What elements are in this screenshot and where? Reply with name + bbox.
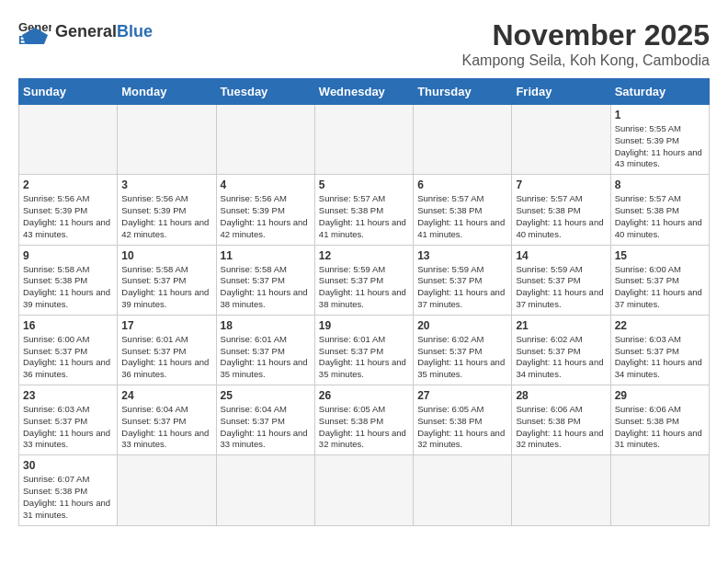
table-row: 2Sunrise: 5:56 AM Sunset: 5:39 PM Daylig… [19, 175, 118, 245]
day-number: 9 [23, 249, 113, 262]
table-row: 3Sunrise: 5:56 AM Sunset: 5:39 PM Daylig… [118, 175, 216, 245]
day-number: 2 [23, 178, 113, 191]
day-info: Sunrise: 5:56 AM Sunset: 5:39 PM Dayligh… [221, 193, 311, 240]
table-row: 20Sunrise: 6:02 AM Sunset: 5:37 PM Dayli… [414, 315, 512, 385]
day-number: 22 [615, 319, 705, 332]
header-friday: Friday [512, 79, 610, 105]
table-row: 14Sunrise: 5:59 AM Sunset: 5:37 PM Dayli… [512, 245, 610, 315]
table-row: 21Sunrise: 6:02 AM Sunset: 5:37 PM Dayli… [512, 315, 610, 385]
table-row: 27Sunrise: 6:05 AM Sunset: 5:38 PM Dayli… [414, 385, 512, 455]
table-row: 12Sunrise: 5:59 AM Sunset: 5:37 PM Dayli… [314, 245, 413, 315]
table-row: 16Sunrise: 6:00 AM Sunset: 5:37 PM Dayli… [19, 315, 118, 385]
day-number: 20 [417, 319, 507, 332]
table-row: 19Sunrise: 6:01 AM Sunset: 5:37 PM Dayli… [314, 315, 413, 385]
table-row: 13Sunrise: 5:59 AM Sunset: 5:37 PM Dayli… [414, 245, 512, 315]
day-number: 14 [516, 249, 606, 262]
table-row [610, 455, 709, 525]
day-info: Sunrise: 5:59 AM Sunset: 5:37 PM Dayligh… [516, 264, 606, 311]
table-row: 5Sunrise: 5:57 AM Sunset: 5:38 PM Daylig… [314, 175, 413, 245]
calendar-week-3: 9Sunrise: 5:58 AM Sunset: 5:38 PM Daylig… [19, 245, 710, 315]
day-info: Sunrise: 6:01 AM Sunset: 5:37 PM Dayligh… [319, 334, 409, 381]
month-title: November 2025 [461, 18, 710, 52]
day-number: 12 [319, 249, 409, 262]
day-number: 5 [319, 178, 409, 191]
table-row: 6Sunrise: 5:57 AM Sunset: 5:38 PM Daylig… [414, 175, 512, 245]
table-row: 11Sunrise: 5:58 AM Sunset: 5:37 PM Dayli… [216, 245, 314, 315]
day-info: Sunrise: 5:58 AM Sunset: 5:37 PM Dayligh… [221, 264, 311, 311]
day-info: Sunrise: 5:57 AM Sunset: 5:38 PM Dayligh… [417, 193, 507, 240]
calendar-week-1: 1Sunrise: 5:55 AM Sunset: 5:39 PM Daylig… [19, 105, 710, 175]
svg-text:Blue: Blue [18, 33, 44, 44]
day-number: 7 [516, 178, 606, 191]
table-row [414, 455, 512, 525]
day-info: Sunrise: 5:57 AM Sunset: 5:38 PM Dayligh… [516, 193, 606, 240]
day-number: 19 [319, 319, 409, 332]
day-info: Sunrise: 6:00 AM Sunset: 5:37 PM Dayligh… [615, 264, 705, 311]
table-row: 30Sunrise: 6:07 AM Sunset: 5:38 PM Dayli… [19, 455, 118, 525]
calendar-table: Sunday Monday Tuesday Wednesday Thursday… [18, 78, 710, 526]
day-info: Sunrise: 6:02 AM Sunset: 5:37 PM Dayligh… [417, 334, 507, 381]
day-number: 6 [417, 178, 507, 191]
day-number: 11 [221, 249, 311, 262]
title-block: November 2025 Kampong Seila, Koh Kong, C… [461, 18, 710, 69]
logo-icon: General Blue [18, 18, 51, 44]
table-row: 25Sunrise: 6:04 AM Sunset: 5:37 PM Dayli… [216, 385, 314, 455]
header-tuesday: Tuesday [216, 79, 314, 105]
table-row: 28Sunrise: 6:06 AM Sunset: 5:38 PM Dayli… [512, 385, 610, 455]
header-sunday: Sunday [19, 79, 118, 105]
header-thursday: Thursday [414, 79, 512, 105]
day-number: 8 [615, 178, 705, 191]
day-info: Sunrise: 6:00 AM Sunset: 5:37 PM Dayligh… [23, 334, 113, 381]
day-info: Sunrise: 6:05 AM Sunset: 5:38 PM Dayligh… [417, 404, 507, 451]
table-row [216, 105, 314, 175]
table-row: 9Sunrise: 5:58 AM Sunset: 5:38 PM Daylig… [19, 245, 118, 315]
day-info: Sunrise: 5:59 AM Sunset: 5:37 PM Dayligh… [319, 264, 409, 311]
day-info: Sunrise: 5:56 AM Sunset: 5:39 PM Dayligh… [23, 193, 113, 240]
day-info: Sunrise: 6:01 AM Sunset: 5:37 PM Dayligh… [221, 334, 311, 381]
day-info: Sunrise: 6:06 AM Sunset: 5:38 PM Dayligh… [516, 404, 606, 451]
day-info: Sunrise: 5:57 AM Sunset: 5:38 PM Dayligh… [319, 193, 409, 240]
day-number: 24 [121, 389, 211, 402]
day-number: 1 [615, 109, 705, 121]
day-info: Sunrise: 6:03 AM Sunset: 5:37 PM Dayligh… [615, 334, 705, 381]
table-row [118, 455, 216, 525]
day-number: 30 [23, 459, 113, 472]
calendar-week-4: 16Sunrise: 6:00 AM Sunset: 5:37 PM Dayli… [19, 315, 710, 385]
day-info: Sunrise: 6:04 AM Sunset: 5:37 PM Dayligh… [121, 404, 211, 451]
table-row [314, 105, 413, 175]
table-row: 24Sunrise: 6:04 AM Sunset: 5:37 PM Dayli… [118, 385, 216, 455]
day-number: 17 [121, 319, 211, 332]
logo-text: GeneralBlue [55, 23, 153, 40]
day-number: 25 [221, 389, 311, 402]
table-row: 10Sunrise: 5:58 AM Sunset: 5:37 PM Dayli… [118, 245, 216, 315]
day-info: Sunrise: 5:57 AM Sunset: 5:38 PM Dayligh… [615, 193, 705, 240]
day-number: 16 [23, 319, 113, 332]
table-row [118, 105, 216, 175]
day-number: 13 [417, 249, 507, 262]
day-info: Sunrise: 6:07 AM Sunset: 5:38 PM Dayligh… [23, 474, 113, 521]
calendar-header-row: Sunday Monday Tuesday Wednesday Thursday… [19, 79, 710, 105]
day-number: 10 [121, 249, 211, 262]
day-info: Sunrise: 6:06 AM Sunset: 5:38 PM Dayligh… [615, 404, 705, 451]
day-number: 27 [417, 389, 507, 402]
table-row: 8Sunrise: 5:57 AM Sunset: 5:38 PM Daylig… [610, 175, 709, 245]
table-row [314, 455, 413, 525]
day-info: Sunrise: 6:01 AM Sunset: 5:37 PM Dayligh… [121, 334, 211, 381]
day-info: Sunrise: 6:05 AM Sunset: 5:38 PM Dayligh… [319, 404, 409, 451]
day-number: 23 [23, 389, 113, 402]
table-row: 29Sunrise: 6:06 AM Sunset: 5:38 PM Dayli… [610, 385, 709, 455]
day-info: Sunrise: 5:58 AM Sunset: 5:37 PM Dayligh… [121, 264, 211, 311]
table-row: 17Sunrise: 6:01 AM Sunset: 5:37 PM Dayli… [118, 315, 216, 385]
page-header: General Blue GeneralBlue November 2025 K… [18, 18, 710, 69]
table-row: 4Sunrise: 5:56 AM Sunset: 5:39 PM Daylig… [216, 175, 314, 245]
day-number: 28 [516, 389, 606, 402]
day-number: 4 [221, 178, 311, 191]
day-info: Sunrise: 5:55 AM Sunset: 5:39 PM Dayligh… [615, 123, 705, 170]
day-info: Sunrise: 5:58 AM Sunset: 5:38 PM Dayligh… [23, 264, 113, 311]
day-number: 3 [121, 178, 211, 191]
day-info: Sunrise: 5:59 AM Sunset: 5:37 PM Dayligh… [417, 264, 507, 311]
calendar-week-2: 2Sunrise: 5:56 AM Sunset: 5:39 PM Daylig… [19, 175, 710, 245]
day-info: Sunrise: 6:02 AM Sunset: 5:37 PM Dayligh… [516, 334, 606, 381]
header-wednesday: Wednesday [314, 79, 413, 105]
table-row: 18Sunrise: 6:01 AM Sunset: 5:37 PM Dayli… [216, 315, 314, 385]
